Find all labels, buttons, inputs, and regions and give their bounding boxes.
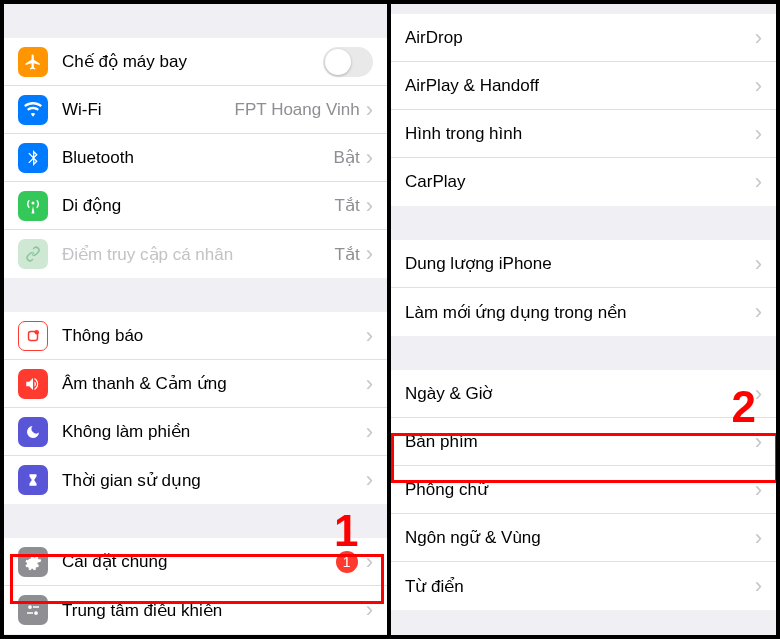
chevron-icon: › [366,243,373,265]
svg-point-1 [35,330,40,335]
chevron-icon: › [755,171,762,193]
section-gap [4,504,387,538]
gear-icon [18,547,48,577]
chevron-icon: › [366,551,373,573]
bluetooth-icon [18,143,48,173]
chevron-icon: › [755,383,762,405]
section-gap [391,4,776,14]
chevron-icon: › [755,75,762,97]
chevron-icon: › [755,123,762,145]
row-controlcenter[interactable]: Trung tâm điều khiển › [4,586,387,634]
notification-badge: 1 [336,551,358,573]
row-label: Không làm phiền [62,421,366,442]
row-label: Ngôn ngữ & Vùng [405,527,755,548]
row-carplay[interactable]: CarPlay › [391,158,776,206]
moon-icon [18,417,48,447]
chevron-icon: › [366,373,373,395]
dual-screenshot-frame: Chế độ máy bay Wi-Fi FPT Hoang Vinh › Bl… [0,0,780,639]
row-label: Âm thanh & Cảm ứng [62,373,366,394]
group-locale: Ngày & Giờ › Bàn phím › Phông chữ › Ngôn… [391,370,776,610]
row-detail: Bật [334,147,360,168]
svg-point-4 [34,611,38,615]
row-detail: Tắt [335,195,360,216]
chevron-icon: › [755,479,762,501]
svg-rect-5 [27,612,33,614]
chevron-icon: › [755,575,762,597]
row-label: Bàn phím [405,432,755,452]
wifi-icon [18,95,48,125]
sliders-icon [18,595,48,625]
antenna-icon [18,191,48,221]
row-label: Thời gian sử dụng [62,470,366,491]
row-label: Bluetooth [62,148,334,168]
row-detail: FPT Hoang Vinh [235,100,360,120]
row-wifi[interactable]: Wi-Fi FPT Hoang Vinh › [4,86,387,134]
row-label: Điểm truy cập cá nhân [62,244,335,265]
section-gap [4,278,387,312]
row-label: Thông báo [62,326,366,346]
row-label: Trung tâm điều khiển [62,600,366,621]
chevron-icon: › [366,325,373,347]
chevron-icon: › [755,301,762,323]
group-airplay: AirDrop › AirPlay & Handoff › Hình trong… [391,14,776,206]
group-connectivity: Chế độ máy bay Wi-Fi FPT Hoang Vinh › Bl… [4,38,387,278]
row-bluetooth[interactable]: Bluetooth Bật › [4,134,387,182]
row-hotspot[interactable]: Điểm truy cập cá nhân Tắt › [4,230,387,278]
group-storage: Dung lượng iPhone › Làm mới ứng dụng tro… [391,240,776,336]
row-airplay[interactable]: AirPlay & Handoff › [391,62,776,110]
settings-main-pane: Chế độ máy bay Wi-Fi FPT Hoang Vinh › Bl… [4,4,391,635]
row-airdrop[interactable]: AirDrop › [391,14,776,62]
row-screentime[interactable]: Thời gian sử dụng › [4,456,387,504]
chevron-icon: › [366,469,373,491]
row-detail: Tắt [335,244,360,265]
hourglass-icon [18,465,48,495]
row-pip[interactable]: Hình trong hình › [391,110,776,158]
bell-icon [18,321,48,351]
general-settings-pane: AirDrop › AirPlay & Handoff › Hình trong… [391,4,776,635]
row-label: CarPlay [405,172,755,192]
row-label: AirDrop [405,28,755,48]
section-gap [391,336,776,370]
row-label: Làm mới ứng dụng trong nền [405,302,755,323]
group-general: Cài đặt chung 1 › Trung tâm điều khiển › [4,538,387,634]
chevron-icon: › [366,421,373,443]
chevron-icon: › [755,27,762,49]
row-airplane-mode[interactable]: Chế độ máy bay [4,38,387,86]
chevron-icon: › [755,253,762,275]
row-bgrefresh[interactable]: Làm mới ứng dụng trong nền › [391,288,776,336]
row-general[interactable]: Cài đặt chung 1 › [4,538,387,586]
section-gap [4,4,387,38]
row-language[interactable]: Ngôn ngữ & Vùng › [391,514,776,562]
row-label: Dung lượng iPhone [405,253,755,274]
group-alerts: Thông báo › Âm thanh & Cảm ứng › Không l… [4,312,387,504]
speaker-icon [18,369,48,399]
airplane-toggle[interactable] [323,47,373,77]
row-label: Hình trong hình [405,124,755,144]
airplane-icon [18,47,48,77]
row-notifications[interactable]: Thông báo › [4,312,387,360]
row-keyboard[interactable]: Bàn phím › [391,418,776,466]
svg-rect-3 [33,606,39,608]
row-label: Từ điển [405,576,755,597]
row-label: Wi-Fi [62,100,235,120]
chevron-icon: › [755,527,762,549]
row-cellular[interactable]: Di động Tắt › [4,182,387,230]
row-fonts[interactable]: Phông chữ › [391,466,776,514]
row-storage[interactable]: Dung lượng iPhone › [391,240,776,288]
row-label: Di động [62,195,335,216]
chevron-icon: › [366,599,373,621]
link-icon [18,239,48,269]
chevron-icon: › [366,99,373,121]
row-label: Cài đặt chung [62,551,336,572]
row-label: AirPlay & Handoff [405,76,755,96]
row-label: Ngày & Giờ [405,383,755,404]
svg-point-2 [28,605,32,609]
chevron-icon: › [366,147,373,169]
row-dnd[interactable]: Không làm phiền › [4,408,387,456]
row-datetime[interactable]: Ngày & Giờ › [391,370,776,418]
section-gap [391,206,776,240]
chevron-icon: › [755,431,762,453]
row-dictionary[interactable]: Từ điển › [391,562,776,610]
row-label: Phông chữ [405,479,755,500]
row-sounds[interactable]: Âm thanh & Cảm ứng › [4,360,387,408]
